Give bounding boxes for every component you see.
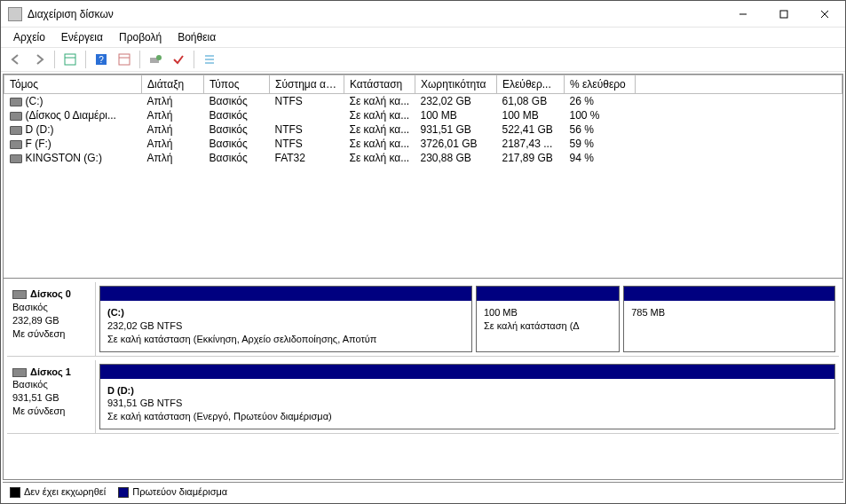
disk-graphical-pane[interactable]: Δίσκος 0Βασικός232,89 GBΜε σύνδεση(C:)23… <box>4 279 842 479</box>
partition-header-bar <box>100 365 834 379</box>
disk-icon <box>12 368 27 377</box>
disk-icon <box>12 290 27 299</box>
table-row[interactable]: (Δίσκος 0 Διαμέρι...ΑπλήΒασικόςΣε καλή κ… <box>4 108 842 122</box>
separator-icon <box>85 51 86 68</box>
volume-icon <box>10 126 22 135</box>
menu-help[interactable]: Βοήθεια <box>170 29 223 45</box>
table-row[interactable]: (C:)ΑπλήΒασικόςNTFSΣε καλή κα...232,02 G… <box>4 94 842 109</box>
forward-button[interactable] <box>29 50 49 69</box>
view-button[interactable] <box>60 50 80 69</box>
col-layout[interactable]: Διάταξη <box>142 75 204 94</box>
svg-rect-8 <box>119 54 130 65</box>
svg-rect-1 <box>780 11 787 18</box>
menu-view[interactable]: Προβολή <box>112 29 169 45</box>
minimize-button[interactable] <box>723 1 763 28</box>
partition-header-bar <box>624 287 834 301</box>
menubar: Αρχείο Ενέργεια Προβολή Βοήθεια <box>1 28 845 47</box>
table-row[interactable]: D (D:)ΑπλήΒασικόςNTFSΣε καλή κα...931,51… <box>4 122 842 137</box>
col-free[interactable]: Ελεύθερ... <box>497 75 565 94</box>
table-header-row: Τόμος Διάταξη Τύπος Σύστημα αρ... Κατάστ… <box>4 75 842 94</box>
disk-row: Δίσκος 1Βασικός931,51 GBΜε σύνδεσηD (D:)… <box>7 360 839 435</box>
content-area: Τόμος Διάταξη Τύπος Σύστημα αρ... Κατάστ… <box>3 74 843 480</box>
window-title: Διαχείριση δίσκων <box>28 8 723 20</box>
swatch-navy-icon <box>118 487 129 498</box>
volume-icon <box>10 98 22 106</box>
col-type[interactable]: Τύπος <box>204 75 270 94</box>
app-icon <box>8 7 22 21</box>
list-button[interactable] <box>200 50 219 69</box>
partition[interactable]: 100 MBΣε καλή κατάσταση (Δ <box>476 286 620 352</box>
separator-icon <box>54 51 55 68</box>
col-spacer <box>636 75 842 94</box>
titlebar[interactable]: Διαχείριση δίσκων <box>1 1 845 28</box>
table-row[interactable]: KINGSTON (G:)ΑπλήΒασικόςFAT32Σε καλή κα.… <box>4 151 842 165</box>
partition[interactable]: (C:)232,02 GB NTFSΣε καλή κατάσταση (Εκκ… <box>99 286 472 352</box>
svg-point-11 <box>156 55 162 60</box>
legend-primary: Πρωτεύον διαμέρισμα <box>118 486 227 498</box>
partition[interactable]: 785 MB <box>623 286 835 352</box>
disk-management-window: Διαχείριση δίσκων Αρχείο Ενέργεια Προβολ… <box>0 0 846 504</box>
swatch-black-icon <box>10 487 20 498</box>
separator-icon <box>194 51 194 68</box>
refresh-button[interactable] <box>146 50 165 69</box>
legend-unallocated: Δεν έχει εκχωρηθεί <box>10 486 106 498</box>
partition-container: D (D:)931,51 GB NTFSΣε καλή κατάσταση (Ε… <box>96 360 839 434</box>
separator-icon <box>139 51 140 68</box>
volume-table: Τόμος Διάταξη Τύπος Σύστημα αρ... Κατάστ… <box>4 75 842 165</box>
disk-info[interactable]: Δίσκος 1Βασικός931,51 GBΜε σύνδεση <box>7 360 96 434</box>
col-fs[interactable]: Σύστημα αρ... <box>270 75 344 94</box>
partition-header-bar <box>477 287 619 301</box>
disk-row: Δίσκος 0Βασικός232,89 GBΜε σύνδεση(C:)23… <box>7 282 839 357</box>
table-row[interactable]: F (F:)ΑπλήΒασικόςNTFSΣε καλή κα...3726,0… <box>4 137 842 151</box>
help-button[interactable]: ? <box>91 50 111 69</box>
disk-info[interactable]: Δίσκος 0Βασικός232,89 GBΜε σύνδεση <box>7 282 96 356</box>
volume-icon <box>10 140 22 149</box>
settings-button[interactable] <box>115 50 134 69</box>
partition-container: (C:)232,02 GB NTFSΣε καλή κατάσταση (Εκκ… <box>96 282 839 356</box>
menu-file[interactable]: Αρχείο <box>6 29 52 45</box>
col-capacity[interactable]: Χωρητικότητα <box>415 75 497 94</box>
col-status[interactable]: Κατάσταση <box>344 75 415 94</box>
toolbar: ? <box>1 47 845 72</box>
menu-action[interactable]: Ενέργεια <box>54 29 110 45</box>
col-volume[interactable]: Τόμος <box>4 75 142 94</box>
svg-rect-4 <box>65 54 75 65</box>
close-button[interactable] <box>804 1 845 28</box>
partition[interactable]: D (D:)931,51 GB NTFSΣε καλή κατάσταση (Ε… <box>99 364 835 430</box>
back-button[interactable] <box>6 50 26 69</box>
legend-bar: Δεν έχει εκχωρηθεί Πρωτεύον διαμέρισμα <box>3 482 843 501</box>
check-button[interactable] <box>169 50 188 69</box>
volume-list-pane[interactable]: Τόμος Διάταξη Τύπος Σύστημα αρ... Κατάστ… <box>4 75 842 279</box>
svg-text:?: ? <box>99 55 104 65</box>
maximize-button[interactable] <box>763 1 804 28</box>
partition-header-bar <box>100 287 471 301</box>
volume-icon <box>10 112 22 121</box>
col-pctfree[interactable]: % ελεύθερο <box>565 75 636 94</box>
volume-icon <box>10 154 22 163</box>
